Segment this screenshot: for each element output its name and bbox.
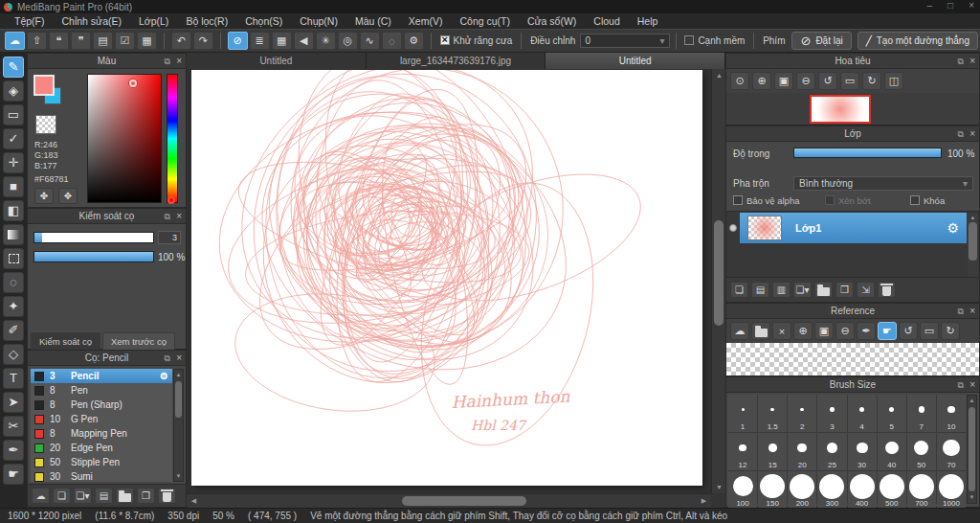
brush-size-option-700[interactable]: 700 <box>907 471 936 509</box>
brush-item-mapping-pen[interactable]: 8Mapping Pen <box>31 426 172 441</box>
bucket-tool[interactable]: ◧ <box>3 200 24 221</box>
brush-size-option-500[interactable]: 500 <box>878 471 906 509</box>
undo-icon[interactable]: ↶ <box>171 32 191 50</box>
delete-layer-icon[interactable] <box>878 282 896 298</box>
brush-size-option-3[interactable]: 3 <box>817 395 846 432</box>
add-layer-icon[interactable]: ❏ <box>730 282 748 298</box>
brush-size-option-400[interactable]: 400 <box>848 471 877 509</box>
publish-icon[interactable]: ⇧ <box>27 32 47 50</box>
scrollbar-thumb[interactable] <box>402 496 526 506</box>
document-tab-1[interactable]: Untitled <box>187 53 367 69</box>
close-icon[interactable]: × <box>969 126 975 142</box>
menu-item-7[interactable]: Màu (C) <box>346 13 400 29</box>
brush-size-option-1.5[interactable]: 1.5 <box>758 395 787 432</box>
lock-checkbox[interactable]: Khóa <box>910 195 945 206</box>
brush-size-option-300[interactable]: 300 <box>817 471 846 509</box>
menu-item-10[interactable]: Cửa sổ(W) <box>519 13 585 29</box>
brush-folder-icon[interactable] <box>116 488 134 504</box>
chat-icon[interactable]: ❞ <box>71 32 91 50</box>
ref-upload-icon[interactable]: ☁ <box>730 322 749 340</box>
menu-item-6[interactable]: Chụp(N) <box>291 13 346 29</box>
scroll-up-icon[interactable]: ▲ <box>968 396 976 406</box>
soft-edge-checkbox[interactable]: Cạnh mềm <box>684 35 745 46</box>
layer-opacity-slider[interactable] <box>793 148 942 158</box>
popout-icon[interactable]: ⧉ <box>165 54 170 69</box>
clipping-checkbox[interactable]: Xén bớt <box>825 195 871 206</box>
antialias-checkbox-box[interactable] <box>440 35 450 45</box>
brush-item-edge-pen[interactable]: 20Edge Pen <box>31 441 172 455</box>
brushtip-triangle-icon[interactable]: ◀ <box>294 32 314 50</box>
brush-item-g-pen[interactable]: 10G Pen <box>31 412 172 426</box>
eyedropper-tool[interactable]: ✒ <box>3 440 24 461</box>
close-icon[interactable]: × <box>969 54 975 69</box>
brush-script-icon[interactable]: ▤ <box>95 488 113 504</box>
duplicate-brush-icon[interactable]: ❐ <box>137 488 155 504</box>
scrollbar-thumb[interactable] <box>714 220 724 326</box>
gear-icon[interactable]: ⚙ <box>947 220 959 236</box>
add-brush-icon[interactable]: ❏ <box>53 488 71 504</box>
transparent-color-swatch[interactable] <box>35 115 56 134</box>
scrollbar-thumb[interactable] <box>175 381 182 418</box>
brush-size-option-7[interactable]: 7 <box>907 395 936 432</box>
canvas-viewport[interactable]: Hainhum thonHbl 247 <box>187 69 711 493</box>
popout-icon[interactable]: ⧉ <box>958 126 964 142</box>
close-button[interactable]: × <box>969 0 974 11</box>
foreground-color-swatch[interactable] <box>33 75 55 96</box>
brush-size-option-200[interactable]: 200 <box>788 471 816 509</box>
ref-fit-icon[interactable]: ▣ <box>814 322 834 340</box>
redo-icon[interactable]: ↷ <box>193 32 213 50</box>
cloud-icon[interactable]: ☁ <box>5 32 25 50</box>
close-icon[interactable]: × <box>969 377 975 393</box>
eraser-tool[interactable]: ◈ <box>3 80 24 102</box>
scrollbar-thumb[interactable] <box>969 407 975 491</box>
canvas-vertical-scrollbar[interactable]: ▲ ▼ <box>711 69 725 493</box>
brushtip-none-icon[interactable]: ⊘ <box>228 32 248 50</box>
scroll-up-icon[interactable]: ▲ <box>174 370 183 379</box>
gear-icon[interactable]: ⚙ <box>160 371 168 381</box>
brushtip-mesh-icon[interactable]: ▦ <box>272 32 292 50</box>
brush-size-option-100[interactable]: 100 <box>728 471 757 509</box>
menu-item-1[interactable]: Tệp(F) <box>6 13 54 29</box>
hue-bar[interactable] <box>167 74 178 203</box>
checklist-icon[interactable]: ☑ <box>115 32 135 50</box>
brush-size-option-1[interactable]: 1 <box>728 395 757 432</box>
hue-cursor[interactable] <box>167 196 175 204</box>
close-icon[interactable]: × <box>176 351 182 366</box>
brushtip-parallel-icon[interactable]: ≣ <box>250 32 270 50</box>
brushtip-dashed-circle-icon[interactable]: ◌ <box>382 32 402 50</box>
document-icon[interactable]: ▤ <box>93 32 113 50</box>
menu-item-3[interactable]: Lớp(L) <box>130 13 177 29</box>
menu-item-5[interactable]: Chọn(S) <box>236 13 291 29</box>
merge-layer-icon[interactable]: ⇲ <box>857 282 875 298</box>
brush-size-option-10[interactable]: 10 <box>937 395 966 432</box>
brushtip-gear-icon[interactable]: ⚙ <box>404 32 424 50</box>
brush-size-option-50[interactable]: 50 <box>907 433 936 470</box>
rotate-reset-icon[interactable]: ▭ <box>840 72 859 90</box>
lasso-tool[interactable]: ◌ <box>3 272 24 293</box>
add-8bit-layer-icon[interactable]: ▤ <box>751 282 769 298</box>
brushtip-curve-icon[interactable]: ∿ <box>360 32 380 50</box>
brush-item-sumi[interactable]: 30Sumi <box>31 469 172 482</box>
comment-icon[interactable]: ❝ <box>49 32 69 50</box>
brush-size-option-2[interactable]: 2 <box>788 395 816 432</box>
brush-opacity-slider[interactable] <box>33 251 154 262</box>
adjust-select[interactable]: 0 ▾ <box>580 34 669 48</box>
scrollbar-thumb[interactable] <box>969 222 977 261</box>
rotate-cw-icon[interactable]: ↻ <box>862 72 881 90</box>
minimize-button[interactable]: – <box>927 0 933 11</box>
brush-size-option-40[interactable]: 40 <box>878 433 906 470</box>
document-tab-2[interactable]: large_1634473639176.jpg <box>367 53 546 69</box>
divide-tool[interactable]: ✂ <box>3 416 24 437</box>
operation-tool[interactable]: ➤ <box>3 392 24 413</box>
add-layer-menu-icon[interactable]: ❏▾ <box>793 282 812 298</box>
layer-folder-icon[interactable] <box>814 282 833 298</box>
scroll-up-icon[interactable]: ▲ <box>968 213 978 222</box>
close-icon[interactable]: × <box>176 209 182 224</box>
brush-size-value[interactable]: 3 <box>158 231 181 244</box>
ref-zoom-out-icon[interactable]: ⊖ <box>835 322 855 340</box>
brush-size-option-1000[interactable]: 1000 <box>937 471 966 509</box>
brush-size-option-70[interactable]: 70 <box>937 433 966 470</box>
palette-save-icon[interactable]: ✥ <box>58 188 78 204</box>
zoom-fit-icon[interactable]: ▣ <box>774 72 793 90</box>
color-picker-cursor[interactable] <box>129 80 137 87</box>
